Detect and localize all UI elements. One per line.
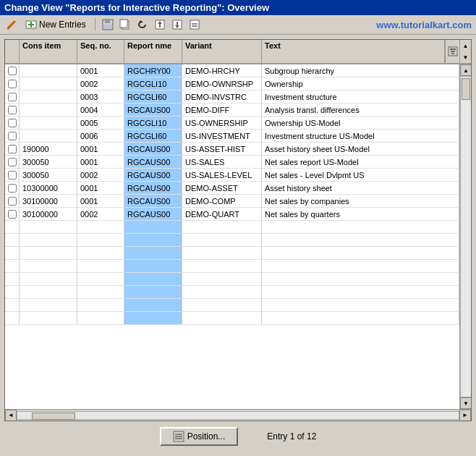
row-checkbox[interactable]: [5, 195, 20, 207]
row-checkbox[interactable]: [5, 143, 20, 155]
horizontal-scrollbar[interactable]: ◄ ►: [5, 409, 471, 421]
data-table: Cons item Seq. no. Report nme Variant Te…: [4, 39, 472, 421]
edit-icon[interactable]: [4, 17, 19, 32]
cell-report[interactable]: RGCAUS00: [124, 195, 182, 207]
row-checkbox[interactable]: [5, 104, 20, 116]
cell-cons: [20, 117, 77, 129]
cell-variant: DEMO-INVSTRC: [182, 90, 262, 103]
cell-text: Net sales report US-Model: [262, 156, 459, 168]
row-checkbox[interactable]: [5, 130, 20, 142]
save-icon[interactable]: [101, 17, 115, 32]
position-button[interactable]: Position...: [160, 427, 239, 446]
row-checkbox[interactable]: [5, 77, 20, 90]
cell-seq: 0001: [77, 143, 124, 155]
v-scroll-top[interactable]: ▲ ▼: [459, 40, 471, 63]
table-row[interactable]: 0003RGCGLI60DEMO-INVSTRCInvestment struc…: [5, 90, 459, 104]
scroll-left-btn[interactable]: ◄: [5, 410, 17, 421]
cell-text: Subgroup hierarchy: [262, 64, 459, 77]
row-checkbox[interactable]: [5, 90, 20, 103]
svg-rect-5: [105, 20, 110, 23]
new-entries-icon: [25, 19, 37, 30]
table-row[interactable]: 301000000002RGCAUS00DEMO-QUARTNet sales …: [5, 208, 459, 221]
content-area: Cons item Seq. no. Report nme Variant Te…: [0, 35, 476, 456]
table-row[interactable]: 301000000001RGCAUS00DEMO-COMPNet sales b…: [5, 195, 459, 208]
vertical-scrollbar[interactable]: ▲ ▼: [459, 64, 471, 409]
cell-text: Asset history sheet: [262, 182, 459, 194]
cell-variant: US-ASSET-HIST: [182, 143, 262, 155]
cell-variant: DEMO-QUART: [182, 208, 262, 220]
scroll-track-h[interactable]: [17, 411, 459, 420]
table-row[interactable]: 0005RGCGLI10US-OWNERSHIPOwnership US-Mod…: [5, 117, 459, 130]
cell-seq: 0006: [77, 130, 124, 142]
cell-report[interactable]: RGCAUS00: [124, 104, 182, 116]
svg-rect-23: [451, 53, 454, 54]
cell-report[interactable]: RGCAUS00: [124, 182, 182, 194]
cell-cons: [20, 130, 77, 142]
scroll-right-btn[interactable]: ►: [459, 410, 471, 421]
cell-report[interactable]: RGCAUS00: [124, 169, 182, 181]
window-title: Change View "Reports for Interactive Rep…: [4, 2, 269, 13]
table-row[interactable]: 3000500001RGCAUS00US-SALESNet sales repo…: [5, 156, 459, 169]
move-down-icon[interactable]: [170, 17, 184, 32]
main-window: Change View "Reports for Interactive Rep…: [0, 0, 476, 456]
cell-report[interactable]: RGCAUS00: [124, 208, 182, 220]
cell-seq: 0004: [77, 104, 124, 116]
empty-row: [5, 273, 459, 286]
cell-cons: 30100000: [20, 195, 77, 207]
cell-seq: 0003: [77, 90, 124, 103]
cell-report[interactable]: RGCGLI10: [124, 77, 182, 90]
cell-cons: 300050: [20, 169, 77, 181]
scroll-down-arrow[interactable]: ▼: [460, 51, 472, 63]
row-checkbox[interactable]: [5, 182, 20, 194]
row-checkbox[interactable]: [5, 169, 20, 181]
filter-icon[interactable]: [445, 40, 459, 63]
cell-variant: DEMO-COMP: [182, 195, 262, 207]
cell-report[interactable]: RGCAUS00: [124, 156, 182, 168]
cell-text: Ownership US-Model: [262, 117, 459, 129]
cell-report[interactable]: RGCAUS00: [124, 143, 182, 155]
scroll-thumb-v[interactable]: [462, 78, 470, 100]
move-icon[interactable]: [187, 17, 202, 32]
toolbar: New Entries: [0, 15, 476, 35]
move-up-icon[interactable]: [153, 17, 167, 32]
table-row[interactable]: 0006RGCGLI60US-INVESTMENTInvestment stru…: [5, 130, 459, 143]
row-checkbox[interactable]: [5, 64, 20, 77]
scroll-up-btn[interactable]: ▲: [460, 64, 471, 76]
cell-cons: [20, 104, 77, 116]
scroll-thumb-h[interactable]: [32, 413, 75, 420]
table-row[interactable]: 1900000001RGCAUS00US-ASSET-HISTAsset his…: [5, 143, 459, 156]
cell-seq: 0002: [77, 208, 124, 220]
copy-icon[interactable]: [118, 17, 132, 32]
cell-cons: [20, 90, 77, 103]
scroll-up-arrow[interactable]: ▲: [460, 40, 472, 51]
cell-report[interactable]: RGCGLI10: [124, 117, 182, 129]
table-row[interactable]: 3000500002RGCAUS00US-SALES-LEVELNet sale…: [5, 169, 459, 182]
position-icon: [173, 431, 184, 442]
table-row[interactable]: 0004RGCAUS00DEMO-DIFFAnalysis transl. di…: [5, 104, 459, 117]
cell-variant: DEMO-HRCHY: [182, 64, 262, 77]
cell-report[interactable]: RGCHRY00: [124, 64, 182, 77]
cell-seq: 0001: [77, 195, 124, 207]
row-checkbox[interactable]: [5, 156, 20, 168]
cell-text: Net sales - Level Dvlpmt US: [262, 169, 459, 181]
cell-text: Investment structure US-Model: [262, 130, 459, 142]
scroll-track-v[interactable]: [460, 76, 471, 397]
table-row[interactable]: 0002RGCGLI10DEMO-OWNRSHPOwnership: [5, 77, 459, 90]
row-checkbox[interactable]: [5, 117, 20, 129]
undo-icon[interactable]: [135, 17, 150, 32]
table-row[interactable]: 0001RGCHRY00DEMO-HRCHYSubgroup hierarchy: [5, 64, 459, 77]
row-checkbox[interactable]: [5, 208, 20, 220]
cell-variant: DEMO-ASSET: [182, 182, 262, 194]
cell-cons: [20, 77, 77, 90]
cell-report[interactable]: RGCGLI60: [124, 130, 182, 142]
new-entries-button[interactable]: New Entries: [22, 17, 90, 32]
cell-report[interactable]: RGCGLI60: [124, 90, 182, 103]
empty-row: [5, 286, 459, 299]
cell-cons: [20, 64, 77, 77]
cell-variant: US-SALES-LEVEL: [182, 169, 262, 181]
watermark: www.tutorialkart.com: [376, 20, 472, 30]
empty-row: [5, 221, 459, 234]
table-row[interactable]: 103000000001RGCAUS00DEMO-ASSETAsset hist…: [5, 182, 459, 195]
cell-cons: 30100000: [20, 208, 77, 220]
scroll-down-btn[interactable]: ▼: [460, 397, 471, 409]
